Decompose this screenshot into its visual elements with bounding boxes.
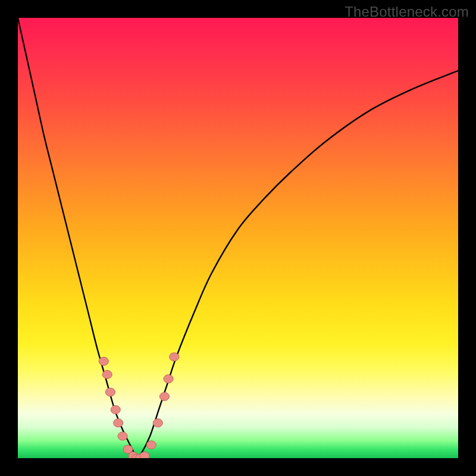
data-marker — [114, 419, 123, 427]
data-marker — [170, 353, 179, 361]
data-marker — [164, 375, 173, 383]
data-marker — [99, 357, 108, 365]
data-marker — [111, 406, 120, 414]
bottleneck-curve — [18, 18, 458, 458]
data-marker — [118, 432, 127, 440]
data-marker — [153, 419, 162, 427]
chart-frame: TheBottleneck.com — [0, 0, 476, 476]
data-marker — [140, 452, 149, 458]
curve-svg — [18, 18, 458, 458]
plot-area — [18, 18, 458, 458]
data-marker — [105, 388, 115, 396]
data-marker — [102, 370, 112, 378]
data-marker — [146, 441, 156, 449]
data-marker — [159, 392, 169, 400]
